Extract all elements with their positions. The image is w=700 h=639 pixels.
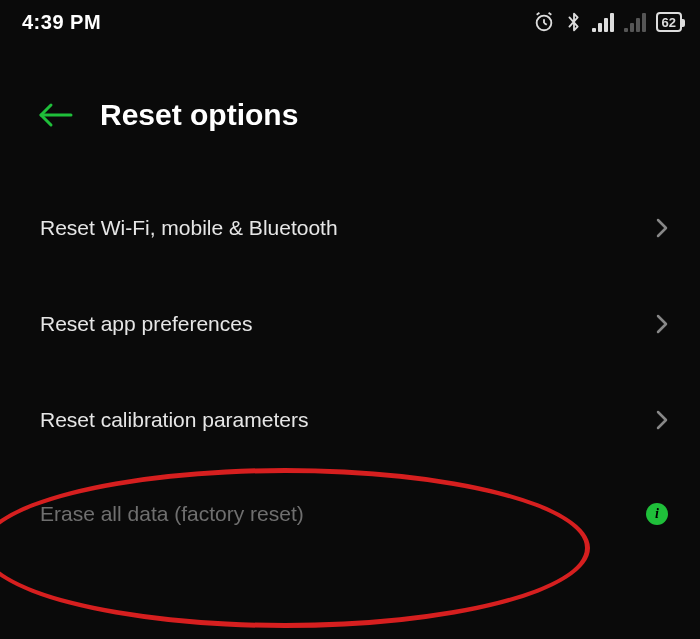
page-title: Reset options (100, 98, 298, 132)
reset-app-prefs-label: Reset app preferences (40, 312, 252, 336)
signal-strength-primary-icon (592, 12, 614, 32)
options-list: Reset Wi-Fi, mobile & Bluetooth Reset ap… (0, 160, 700, 560)
info-icon[interactable]: i (646, 503, 668, 525)
back-button[interactable] (36, 100, 74, 130)
chevron-right-icon (652, 310, 668, 338)
reset-app-prefs-row[interactable]: Reset app preferences (0, 276, 700, 372)
svg-line-3 (536, 13, 539, 15)
status-time: 4:39 PM (22, 11, 101, 34)
reset-calibration-row[interactable]: Reset calibration parameters (0, 372, 700, 468)
status-icons: 62 (532, 11, 682, 33)
alarm-icon (532, 11, 556, 33)
chevron-right-icon (652, 406, 668, 434)
svg-line-4 (548, 13, 551, 15)
battery-percent: 62 (662, 16, 676, 29)
chevron-right-icon (652, 214, 668, 242)
signal-strength-secondary-icon (624, 12, 646, 32)
status-bar: 4:39 PM (0, 0, 700, 44)
reset-wifi-row[interactable]: Reset Wi-Fi, mobile & Bluetooth (0, 180, 700, 276)
svg-line-2 (544, 23, 547, 25)
screen: 4:39 PM (0, 0, 700, 639)
erase-all-data-label: Erase all data (factory reset) (40, 502, 304, 526)
bluetooth-icon (566, 11, 582, 33)
battery-icon: 62 (656, 12, 682, 32)
arrow-left-icon (37, 102, 73, 128)
erase-all-data-row[interactable]: Erase all data (factory reset) i (0, 468, 700, 560)
reset-calibration-label: Reset calibration parameters (40, 408, 308, 432)
reset-wifi-label: Reset Wi-Fi, mobile & Bluetooth (40, 216, 338, 240)
page-header: Reset options (0, 44, 700, 160)
